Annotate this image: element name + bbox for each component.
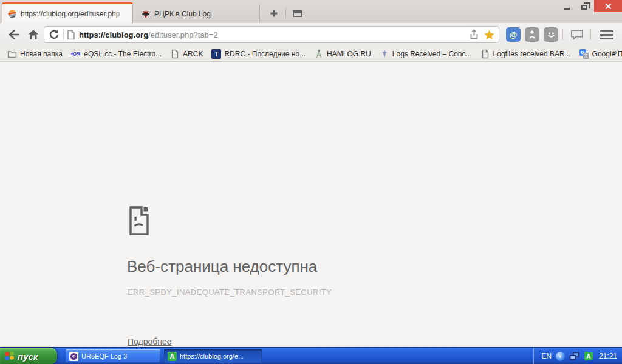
refresh-icon[interactable] <box>48 29 60 41</box>
tab-title-fade <box>112 4 128 23</box>
bookmark-label: eQSL.cc - The Electro... <box>84 50 162 58</box>
windows-logo-icon <box>5 351 14 361</box>
bookmark-label: Google Переводчик <box>592 50 622 58</box>
home-icon <box>27 29 39 41</box>
taskbar-button-label: https://clublog.org/e... <box>180 352 244 360</box>
rcrc-favicon <box>141 9 151 19</box>
bookmarks-overflow-chevron[interactable]: » <box>613 47 617 56</box>
error-code: ERR_SPDY_INADEQUATE_TRANSPORT_SECURITY <box>128 288 332 297</box>
url-input[interactable]: https://clublog.org/edituser.php?tab=2 <box>79 30 468 39</box>
bookmark-rdrc[interactable]: T RDRC - Последние но... <box>210 49 313 59</box>
language-indicator[interactable]: EN <box>541 352 552 360</box>
start-label: пуск <box>18 351 38 362</box>
minimize-icon <box>564 8 570 10</box>
home-button[interactable] <box>26 27 41 42</box>
smiley-icon <box>547 30 556 39</box>
hamburger-icon <box>600 30 613 32</box>
url-host: https://clublog.org <box>79 30 148 39</box>
plus-icon <box>269 8 279 18</box>
folder-icon <box>7 49 17 59</box>
system-tray: EN ‹ A 21:21 <box>533 348 622 364</box>
bookmark-label: Logs Received – Conc... <box>392 50 472 58</box>
menu-button[interactable] <box>598 27 616 42</box>
toolbar-divider <box>562 29 563 40</box>
error-title: Веб-страница недоступна <box>127 257 317 276</box>
tab-divider <box>262 8 262 18</box>
clublog-favicon <box>7 9 17 19</box>
page-icon <box>480 49 490 59</box>
page-icon <box>170 49 180 59</box>
back-arrow-icon <box>7 29 21 41</box>
tab-list-icon <box>293 10 302 17</box>
tray-collapse-button[interactable]: ‹ <box>556 352 565 361</box>
myworld-extension-button[interactable] <box>544 27 558 42</box>
ur5eqf-icon: Ф <box>69 352 78 361</box>
sad-page-icon <box>126 204 152 237</box>
at-icon: @ <box>510 30 518 39</box>
arrow-icon <box>380 49 389 59</box>
start-button[interactable]: пуск <box>0 348 57 364</box>
page-content: Веб-страница недоступна ERR_SPDY_INADEQU… <box>0 62 622 347</box>
url-path: /edituser.php?tab=2 <box>148 30 218 39</box>
amigo-tray-icon[interactable]: A <box>584 352 593 360</box>
close-button[interactable] <box>594 0 622 12</box>
tab-list-button[interactable] <box>290 6 306 21</box>
restore-icon <box>581 5 587 10</box>
bookmark-hamlog[interactable]: HAMLOG.RU <box>313 49 378 59</box>
bookmark-label: Новая папка <box>20 50 63 58</box>
restore-button[interactable] <box>576 0 592 12</box>
address-bar[interactable]: https://clublog.org/edituser.php?tab=2 <box>44 26 499 43</box>
minimize-button[interactable] <box>559 0 575 12</box>
bookmark-eqsl[interactable]: eQSL eQSL.cc - The Electro... <box>70 50 169 58</box>
bookmark-logfiles[interactable]: Logfiles received BAR... <box>479 49 578 59</box>
mailru-extension-button[interactable]: @ <box>506 27 521 42</box>
taskbar-button-label: UR5EQF Log 3 <box>81 352 127 360</box>
bookmarks-bar: Новая папка eQSL eQSL.cc - The Electro..… <box>0 46 622 62</box>
network-icon[interactable] <box>569 352 580 361</box>
translate-icon: G 文 <box>579 49 589 59</box>
bookmark-logs-received[interactable]: Logs Received – Conc... <box>378 49 479 59</box>
clock[interactable]: 21:21 <box>599 352 617 360</box>
bookmark-folder-new[interactable]: Новая папка <box>6 49 70 59</box>
bookmark-arck[interactable]: ARCK <box>169 49 210 59</box>
back-button[interactable] <box>6 27 22 42</box>
new-tab-button[interactable] <box>266 6 282 21</box>
close-icon <box>605 3 612 10</box>
bookmark-label: HAMLOG.RU <box>327 50 371 58</box>
bookmark-star-icon[interactable] <box>484 29 495 41</box>
desktop: https://clublog.org/edituser.php РЦРК в … <box>0 0 622 364</box>
amigo-browser-icon: A <box>168 352 177 361</box>
page-security-icon[interactable] <box>67 30 75 40</box>
eqsl-icon: eQSL <box>71 52 81 56</box>
person-icon <box>528 30 536 39</box>
share-icon[interactable] <box>468 29 480 41</box>
bookmark-label: Logfiles received BAR... <box>493 50 571 58</box>
tab-clublog[interactable]: https://clublog.org/edituser.php <box>2 2 133 23</box>
rdrc-icon: T <box>211 49 221 59</box>
address-bar-divider <box>63 29 64 40</box>
tab-rcrc[interactable]: РЦРК в Club Log <box>136 4 260 23</box>
odnoklassniki-extension-button[interactable] <box>525 27 539 42</box>
bookmark-label: ARCK <box>183 50 203 58</box>
chat-button[interactable] <box>569 27 586 42</box>
taskbar-button-ur5eqf[interactable]: Ф UR5EQF Log 3 <box>66 349 160 363</box>
tab-title: РЦРК в Club Log <box>154 10 255 18</box>
tab-strip: https://clublog.org/edituser.php РЦРК в … <box>0 0 622 23</box>
windows-taskbar: пуск Ф UR5EQF Log 3 A https://clublog.or… <box>0 347 622 364</box>
tab-divider <box>285 8 286 18</box>
toolbar-divider <box>590 29 591 40</box>
details-link[interactable]: Подробнее <box>128 337 172 346</box>
bookmark-label: RDRC - Последние но... <box>224 50 306 58</box>
hamlog-icon <box>314 49 324 59</box>
chat-bubble-icon <box>570 29 584 41</box>
taskbar-button-browser[interactable]: A https://clublog.org/e... <box>164 349 262 363</box>
